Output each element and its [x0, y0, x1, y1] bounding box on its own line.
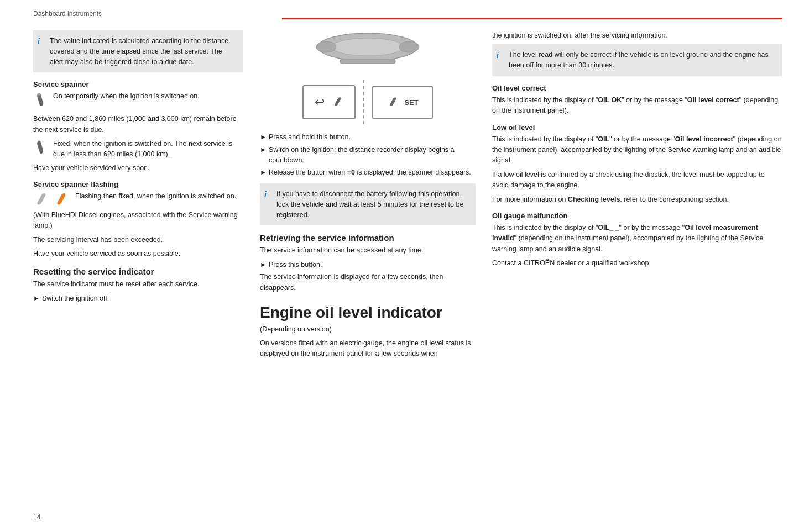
service-spanner-body2: Have your vehicle serviced very soon. [33, 163, 243, 173]
service-spanner-body1: Between 620 and 1,860 miles (1,000 and 3… [33, 114, 243, 135]
divider [363, 80, 364, 124]
bullet-arrow-1: ► [260, 133, 267, 141]
info-box-value-text: The value indicated is calculated accord… [50, 37, 228, 66]
retrieving-body1: The service information can be accessed … [260, 245, 476, 256]
wrench-icon-2 [29, 136, 53, 161]
service-spanner-icon-row-1: On temporarily when the ignition is swit… [33, 91, 243, 110]
middle-bullet-2-text: Switch on the ignition; the distance rec… [269, 145, 476, 166]
svg-point-6 [332, 38, 404, 56]
oil-gauge-heading: Oil gauge malfunction [492, 212, 782, 220]
middle-column: ↩ [260, 30, 476, 363]
header-title: Dashboard instruments [33, 10, 102, 18]
middle-bullet-3: ► Release the button when =0 is displaye… [260, 167, 476, 178]
retrieving-body2: The service information is displayed for… [260, 272, 476, 293]
svg-point-7 [316, 41, 336, 52]
decorative-red-line [282, 18, 782, 19]
oil-correct-body: This is indicated by the display of "OIL… [492, 95, 782, 117]
wrench-icon-1 [29, 89, 53, 113]
svg-point-4 [58, 202, 60, 204]
svg-point-11 [390, 104, 392, 106]
service-spanner-icon-row-2: Fixed, when the ignition is switched on.… [33, 139, 243, 160]
svg-point-8 [399, 41, 419, 52]
set-label: SET [404, 98, 418, 107]
service-spanner-icon-text-1: On temporarily when the ignition is swit… [53, 91, 200, 102]
svg-rect-9 [340, 59, 395, 64]
info-icon-battery: i [264, 189, 267, 201]
bullet-arrow-3: ► [260, 168, 267, 176]
middle-bullets: ► Press and hold this button. ► Switch o… [260, 132, 476, 178]
wrench-orange-icon [53, 191, 71, 207]
resetting-bullet-text: Switch the ignition off. [42, 293, 109, 304]
engine-oil-heading: Engine oil level indicator [260, 303, 476, 322]
left-button-box: ↩ [302, 85, 356, 119]
retrieving-bullet: ► Press this button. [260, 260, 476, 270]
info-box-level-text: The level read will only be correct if t… [509, 51, 769, 69]
resetting-bullet: ► Switch the ignition off. [33, 293, 243, 304]
service-spanner-flashing-body2: The servicing interval has been exceeded… [33, 235, 243, 245]
bullet-arrow-2: ► [260, 146, 267, 154]
retrieving-bullet-arrow: ► [260, 261, 267, 268]
right-column: the ignition is switched on, after the s… [492, 30, 782, 363]
low-oil-body1: This is indicated by the display of "OIL… [492, 134, 782, 166]
resetting-heading: Resetting the service indicator [33, 267, 243, 276]
svg-point-10 [335, 104, 337, 106]
info-box-value: i The value indicated is calculated acco… [33, 30, 243, 72]
oil-gauge-body2: Contact a CITROËN dealer or a qualified … [492, 258, 782, 268]
retrieving-heading: Retrieving the service information [260, 233, 476, 243]
engine-oil-body: On versions fitted with an electric gaug… [260, 338, 476, 360]
service-spanner-flashing-body3: Have your vehicle serviced as soon as po… [33, 249, 243, 259]
info-icon: i [38, 36, 40, 48]
right-body-top: the ignition is switched on, after the s… [492, 30, 782, 41]
wrench-diagram-icon [331, 96, 343, 109]
car-top-svg [307, 30, 429, 75]
flashing-wrench-icons [33, 191, 71, 207]
info-box-battery-text: If you have to disconnect the battery fo… [276, 190, 463, 219]
svg-point-3 [38, 202, 40, 204]
back-arrow-icon: ↩ [315, 95, 325, 109]
retrieving-bullet-text: Press this button. [269, 260, 322, 270]
left-column: i The value indicated is calculated acco… [33, 30, 243, 363]
middle-bullet-3-text: Release the button when =0 is displayed;… [269, 167, 471, 178]
button-diagram: ↩ [260, 80, 476, 124]
service-spanner-icon-text-2: Fixed, when the ignition is switched on.… [53, 139, 243, 160]
wrench-flashing-icon [33, 191, 51, 207]
middle-bullet-1: ► Press and hold this button. [260, 132, 476, 143]
info-box-level: i The level read will only be correct if… [492, 44, 782, 76]
engine-oil-subheading: (Depending on version) [260, 324, 476, 335]
service-spanner-flashing-icon-row: Flashing then fixed, when the ignition i… [33, 191, 243, 207]
service-spanner-flashing-heading: Service spanner flashing [33, 180, 243, 188]
service-spanner-flashing-icon-text: Flashing then fixed, when the ignition i… [75, 191, 236, 202]
page-header: Dashboard instruments [33, 10, 102, 18]
page-number: 14 [33, 513, 40, 521]
set-wrench-icon [387, 96, 399, 109]
bullet-arrow-icon: ► [33, 294, 40, 302]
service-spanner-flashing-body1: (With BlueHDi Diesel engines, associated… [33, 210, 243, 231]
info-box-battery: i If you have to disconnect the battery … [260, 183, 476, 225]
low-oil-body3: For more information on Checking levels,… [492, 194, 782, 205]
resetting-body: The service indicator must be reset afte… [33, 279, 243, 289]
low-oil-body2: If a low oil level is confirmed by a che… [492, 170, 782, 191]
car-top-diagram [260, 30, 476, 75]
info-icon-level: i [497, 50, 499, 61]
right-button-box: SET [372, 86, 432, 119]
oil-correct-heading: Oil level correct [492, 84, 782, 92]
middle-bullet-2: ► Switch on the ignition; the distance r… [260, 145, 476, 166]
oil-gauge-body1: This is indicated by the display of "OIL… [492, 223, 782, 255]
middle-bullet-1-text: Press and hold this button. [269, 132, 351, 143]
low-oil-heading: Low oil level [492, 123, 782, 131]
service-spanner-heading: Service spanner [33, 80, 243, 88]
